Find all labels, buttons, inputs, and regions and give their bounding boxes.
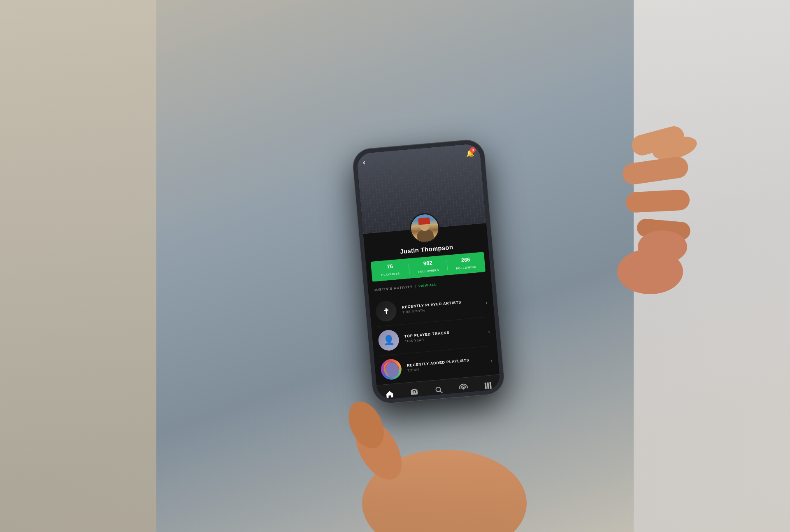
view-all-button[interactable]: VIEW ALL: [418, 283, 437, 288]
chevron-right-icon-1: ›: [485, 299, 488, 305]
nav-home-button[interactable]: [382, 388, 397, 400]
following-label: FOLLOWING: [456, 265, 476, 269]
followers-count: 982: [409, 258, 447, 268]
svg-line-3: [440, 391, 442, 393]
phone-shell: ‹ 🔔 3: [352, 139, 505, 404]
activity-info-2: TOP PLAYED TRACKS THIS YEAR: [404, 327, 486, 343]
playlists-label: PLAYLISTS: [381, 272, 400, 276]
stat-playlists[interactable]: 76 PLAYLISTS: [371, 262, 410, 279]
activity-divider: |: [415, 284, 416, 288]
svg-point-4: [462, 387, 465, 390]
activity-title: JUSTIN'S ACTIVITY: [374, 285, 413, 292]
hat-overlay: [418, 217, 430, 225]
activity-info-1: RECENTLY PLAYED ARTISTS THIS MONTH: [402, 298, 483, 314]
chevron-right-icon-2: ›: [488, 328, 490, 335]
nav-radio-button[interactable]: [455, 381, 471, 394]
avatar-image: [410, 213, 439, 243]
following-count: 266: [446, 255, 484, 265]
activity-thumb-2: 👤: [378, 329, 400, 351]
nav-search-button[interactable]: [431, 383, 446, 396]
phone-device: ‹ 🔔 3: [352, 139, 505, 404]
followers-label: FOLLOWERS: [418, 268, 439, 273]
svg-rect-5: [485, 382, 487, 389]
phone-screen: ‹ 🔔 3: [356, 143, 501, 400]
activity-thumb-3: [380, 358, 402, 380]
stat-following[interactable]: 266 FOLLOWING: [446, 255, 485, 272]
svg-rect-7: [489, 382, 491, 388]
activity-info-3: RECENTLY ADDED PLAYLISTS TODAY: [407, 356, 488, 372]
nav-camera-button[interactable]: [407, 386, 422, 398]
svg-point-1: [413, 391, 415, 393]
activity-section: JUSTIN'S ACTIVITY | VIEW ALL ✝ RECENTLY …: [367, 271, 500, 385]
notification-icon[interactable]: 🔔 3: [466, 149, 475, 158]
back-button[interactable]: ‹: [362, 158, 366, 167]
svg-point-2: [436, 387, 441, 392]
phone-inner: ‹ 🔔 3: [356, 143, 501, 400]
chevron-right-icon-3: ›: [490, 357, 493, 364]
stat-followers[interactable]: 982 FOLLOWERS: [409, 258, 448, 275]
avatar: [409, 212, 441, 244]
cover-photo-area: ‹ 🔔 3: [356, 143, 486, 234]
avatar-container: [409, 212, 441, 244]
activity-thumb-1: ✝: [375, 300, 397, 322]
playlists-count: 76: [371, 262, 409, 271]
nav-library-button[interactable]: [480, 379, 496, 392]
svg-rect-6: [487, 382, 489, 389]
